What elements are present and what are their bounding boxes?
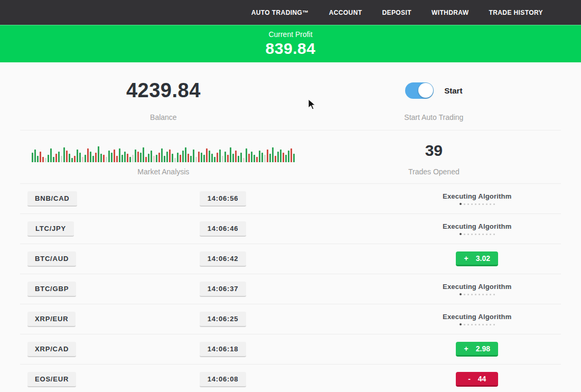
market-bar <box>95 153 97 162</box>
trades-table: BNB/CAD 14:06:56 Executing Algorithm LTC… <box>20 184 561 392</box>
market-bar <box>42 157 44 162</box>
trade-row: EOS/EUR 14:06:08 -44 <box>20 365 561 392</box>
progress-dots <box>460 293 495 295</box>
status-cell: Executing Algorithm <box>393 192 561 205</box>
market-bar <box>280 150 282 162</box>
market-bar <box>198 152 200 162</box>
status-cell: Executing Algorithm <box>393 222 561 235</box>
current-profit-value: 839.84 <box>266 40 316 58</box>
progress-dot-icon <box>471 203 473 205</box>
market-bar <box>55 154 57 162</box>
current-profit-banner: Current Profit 839.84 <box>0 25 581 62</box>
nav-item-auto-trading[interactable]: AUTO TRADING™ <box>251 9 309 16</box>
market-bar <box>290 148 292 162</box>
market-bar <box>217 153 218 162</box>
market-bar <box>48 155 49 162</box>
pair-badge: XRP/EUR <box>27 312 76 327</box>
progress-dots <box>460 233 495 235</box>
market-bar <box>92 156 94 162</box>
progress-dot-icon <box>471 324 473 325</box>
market-bar <box>238 156 239 162</box>
progress-dot-icon <box>486 294 488 295</box>
market-bar <box>188 154 189 162</box>
market-bar <box>153 156 155 162</box>
market-bar <box>203 155 205 162</box>
auto-trading-toggle[interactable] <box>405 82 434 99</box>
market-bar <box>230 147 231 162</box>
market-bar <box>224 152 226 162</box>
market-bar <box>50 148 52 162</box>
progress-dot-icon <box>486 324 488 325</box>
market-bar <box>90 152 91 162</box>
market-bar <box>71 158 73 162</box>
loss-badge: -44 <box>456 372 498 387</box>
progress-dot-icon <box>482 294 484 295</box>
balance-value: 4239.84 <box>126 79 201 102</box>
trades-opened-label: Trades Opened <box>408 167 460 176</box>
progress-dot-icon <box>475 324 476 325</box>
executing-status: Executing Algorithm <box>443 222 511 235</box>
market-bar <box>232 154 234 162</box>
market-bar <box>180 155 181 162</box>
market-bar <box>264 155 266 162</box>
market-bar <box>151 151 152 162</box>
executing-status: Executing Algorithm <box>443 192 511 205</box>
progress-dot-icon <box>464 234 465 235</box>
progress-dot-icon <box>471 234 473 235</box>
balance-cell: 4239.84 Balance <box>20 75 307 122</box>
progress-dot-icon <box>493 203 495 205</box>
market-bar <box>127 154 128 162</box>
status-cell: Executing Algorithm <box>393 283 561 295</box>
trade-row: BNB/CAD 14:06:56 Executing Algorithm <box>20 184 561 214</box>
progress-dot-icon <box>460 323 462 325</box>
market-bar <box>254 155 255 162</box>
market-bar <box>37 156 39 162</box>
nav-item-deposit[interactable]: DEPOSIT <box>382 9 411 16</box>
market-bar <box>69 154 70 162</box>
stats-row-market: Market Analysis 39 Trades Opened <box>20 130 561 184</box>
market-bar <box>164 156 165 162</box>
trades-opened-value: 39 <box>425 142 443 160</box>
balance-label: Balance <box>150 113 177 122</box>
market-analysis-chart <box>32 144 295 162</box>
market-bar <box>129 157 131 162</box>
progress-dot-icon <box>486 234 488 235</box>
market-bar <box>288 151 289 162</box>
result-value: 3.02 <box>476 254 490 263</box>
nav-item-trade-history[interactable]: TRADE HISTORY <box>489 9 543 16</box>
market-bar <box>145 157 147 162</box>
progress-dot-icon <box>475 203 476 205</box>
market-bar <box>240 153 242 162</box>
market-bar <box>106 157 107 162</box>
profit-badge: +3.02 <box>456 251 498 266</box>
progress-dot-icon <box>493 234 495 235</box>
market-bar <box>172 154 173 162</box>
progress-dot-icon <box>475 294 476 295</box>
market-bar <box>77 150 78 162</box>
pair-badge: XRP/CAD <box>27 342 76 357</box>
market-bar <box>248 154 250 162</box>
market-bar <box>111 153 113 162</box>
market-bar <box>40 152 41 162</box>
market-bar <box>158 153 160 162</box>
market-bar <box>201 153 202 162</box>
market-bar <box>206 148 208 162</box>
progress-dot-icon <box>464 203 465 205</box>
executing-label: Executing Algorithm <box>443 192 511 200</box>
nav-item-account[interactable]: ACCOUNT <box>329 9 362 16</box>
market-bar <box>251 152 252 162</box>
market-bar <box>63 147 65 162</box>
status-cell: Executing Algorithm <box>393 313 561 325</box>
market-bar <box>45 158 46 162</box>
market-bar <box>261 153 263 162</box>
nav-item-withdraw[interactable]: WITHDRAW <box>432 9 469 16</box>
market-bar <box>161 148 163 162</box>
market-bar <box>116 156 118 162</box>
progress-dot-icon <box>479 294 480 295</box>
result-sign: - <box>468 375 471 383</box>
market-bar <box>148 154 149 162</box>
stats-row-balance: 4239.84 Balance Start Start Auto Trading <box>20 62 561 130</box>
market-bar <box>211 154 213 162</box>
time-badge: 14:06:08 <box>200 372 246 387</box>
progress-dot-icon <box>490 294 491 295</box>
